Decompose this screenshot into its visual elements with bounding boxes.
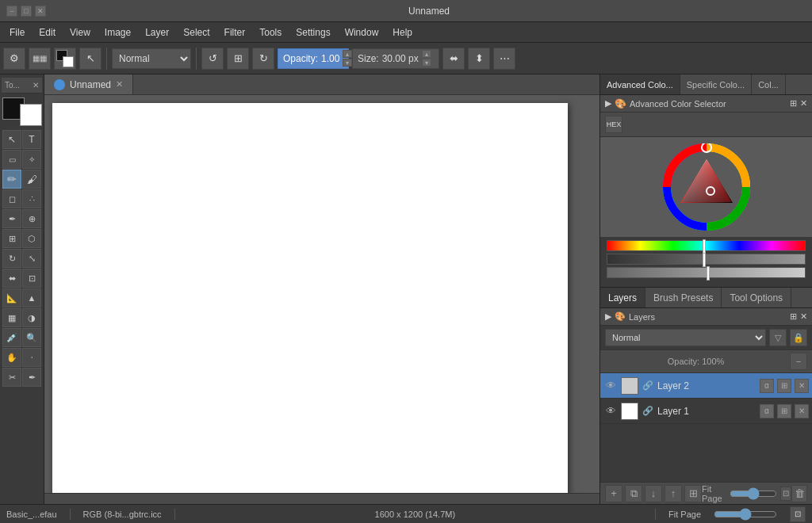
opacity-value[interactable]: 1.00	[321, 53, 339, 64]
text-tool[interactable]: T	[22, 130, 41, 149]
size-value[interactable]: 30.00 px	[382, 53, 419, 64]
path-tool[interactable]: ✒	[22, 368, 41, 387]
layer-1-chain[interactable]: 🔗	[642, 405, 654, 418]
toolbox-close-icon[interactable]: ✕	[33, 81, 39, 90]
status-zoom-slider[interactable]	[714, 510, 777, 518]
layer-2-visibility[interactable]: 👁	[603, 379, 618, 393]
color-wheel[interactable]	[663, 143, 750, 231]
layer-2-action-2[interactable]: ⊞	[777, 379, 791, 393]
background-color[interactable]	[20, 104, 42, 126]
layer-1-visibility[interactable]: 👁	[603, 404, 618, 418]
menu-edit[interactable]: Edit	[33, 25, 62, 40]
layer-move-down-button[interactable]: ↓	[645, 485, 662, 502]
size-spinner[interactable]: ▴▾	[422, 50, 431, 67]
layers-panel-close-icon[interactable]: ✕	[800, 311, 807, 322]
more-options-icon[interactable]: ⋯	[493, 48, 515, 70]
menu-select[interactable]: Select	[177, 25, 216, 40]
flip-v-icon[interactable]: ⬍	[468, 48, 490, 70]
layer-2-chain[interactable]: 🔗	[642, 380, 654, 392]
layer-1-name[interactable]: Layer 1	[657, 406, 756, 417]
tool-options-icon[interactable]: ⚙	[3, 48, 25, 70]
menu-layer[interactable]: Layer	[139, 25, 175, 40]
menu-help[interactable]: Help	[386, 25, 419, 40]
perspective-tool[interactable]: ⬡	[22, 229, 41, 248]
layers-blend-select[interactable]: Normal	[605, 329, 766, 346]
fuzzy-select-tool[interactable]: ⬞	[22, 348, 41, 367]
menu-settings[interactable]: Settings	[289, 25, 336, 40]
layers-opacity-more-icon[interactable]: −	[790, 353, 807, 370]
airbrush-tool[interactable]: ∴	[22, 189, 41, 208]
layer-delete-button[interactable]: 🗑	[791, 485, 807, 502]
canvas-scroll[interactable]	[44, 95, 599, 493]
color-selector-config-icon[interactable]: ⊞	[790, 98, 797, 109]
status-zoom-fit-icon[interactable]: ⊡	[790, 506, 806, 522]
pan-tool[interactable]: ✋	[2, 348, 21, 367]
flip-tool[interactable]: ⬌	[2, 269, 21, 288]
grid-icon[interactable]: ⊞	[227, 48, 249, 70]
blend-mode-select[interactable]: Normal	[112, 48, 191, 69]
layers-filter-icon[interactable]: ▽	[769, 329, 787, 346]
tab-brush-presets[interactable]: Brush Presets	[645, 288, 722, 307]
maximize-button[interactable]: □	[21, 6, 32, 17]
scissors-tool[interactable]: ✂	[2, 368, 21, 387]
menu-image[interactable]: Image	[98, 25, 137, 40]
canvas-tab[interactable]: Unnamed ✕	[44, 74, 133, 94]
blend-tool[interactable]: ▦	[2, 308, 21, 327]
dodge-burn-tool[interactable]: ◑	[22, 308, 41, 327]
pencil-tool[interactable]: ✏	[2, 170, 21, 189]
layer-row-1[interactable]: 👁 🔗 Layer 1 α ⊞ ✕	[600, 399, 812, 424]
hue-slider-thumb[interactable]	[703, 239, 706, 254]
color-swap-icon[interactable]	[54, 48, 76, 70]
color-picker-tool[interactable]: 💉	[2, 328, 21, 347]
layer-add-button[interactable]: +	[605, 485, 622, 502]
flip-h-icon[interactable]: ⬌	[442, 48, 465, 70]
opacity-spinner[interactable]: ▴▾	[343, 50, 352, 67]
color-selector-close-icon[interactable]: ✕	[800, 98, 807, 109]
ink-tool[interactable]: ✒	[2, 209, 21, 228]
value-slider-thumb[interactable]	[703, 253, 706, 267]
minimize-button[interactable]: −	[6, 6, 17, 17]
scale-tool[interactable]: ⤡	[22, 249, 41, 268]
layer-1-action-3[interactable]: ✕	[795, 404, 809, 418]
layer-1-action-1[interactable]: α	[760, 404, 774, 418]
layer-2-action-3[interactable]: ✕	[795, 379, 809, 393]
close-button[interactable]: ✕	[35, 6, 46, 17]
crop-tool[interactable]: ⊡	[22, 269, 41, 288]
hue-slider[interactable]	[607, 240, 806, 251]
refresh-icon[interactable]: ↻	[252, 48, 274, 70]
bucket-tool[interactable]: ▲	[22, 288, 41, 307]
clone-tool[interactable]: ⊕	[22, 209, 41, 228]
eraser-tool[interactable]: ◻	[2, 189, 21, 208]
layers-panel-config-icon[interactable]: ⊞	[790, 311, 797, 322]
canvas-tab-close[interactable]: ✕	[116, 79, 123, 90]
layer-1-action-2[interactable]: ⊞	[777, 404, 791, 418]
reset-icon[interactable]: ↺	[201, 48, 224, 70]
saturation-slider[interactable]	[607, 267, 806, 278]
measure-tool[interactable]: 📐	[2, 288, 21, 307]
layer-merge-button[interactable]: ⊞	[684, 485, 702, 502]
value-slider[interactable]	[607, 254, 806, 265]
pointer-tool[interactable]: ↖	[2, 130, 21, 149]
layer-2-name[interactable]: Layer 2	[657, 380, 756, 391]
zoom-fit-button[interactable]: ⊡	[780, 487, 791, 501]
color-tab-advanced[interactable]: Advanced Colo...	[600, 74, 680, 94]
layer-2-action-1[interactable]: α	[760, 379, 774, 393]
layer-move-up-button[interactable]: ↑	[665, 485, 682, 502]
layer-row-2[interactable]: 👁 🔗 Layer 2 α ⊞ ✕	[600, 373, 812, 399]
tab-layers[interactable]: Layers	[600, 288, 645, 307]
menu-tools[interactable]: Tools	[253, 25, 288, 40]
menu-file[interactable]: File	[3, 25, 31, 40]
layers-lock-icon[interactable]: 🔒	[790, 329, 807, 346]
zoom-slider[interactable]	[730, 490, 777, 498]
menu-filter[interactable]: Filter	[218, 25, 252, 40]
brush-dir-icon[interactable]: ↖	[79, 48, 102, 70]
color-hex-mode-btn[interactable]: HEX	[605, 116, 622, 133]
menu-view[interactable]: View	[63, 25, 97, 40]
menu-window[interactable]: Window	[339, 25, 385, 40]
zoom-tool[interactable]: 🔍	[22, 328, 41, 347]
layer-copy-button[interactable]: ⧉	[625, 485, 642, 502]
rect-select-tool[interactable]: ▭	[2, 150, 21, 169]
brush-pattern-icon[interactable]: ▦▦	[29, 48, 51, 70]
rotate-tool[interactable]: ↻	[2, 249, 21, 268]
color-tab-specific[interactable]: Specific Colo...	[680, 74, 752, 94]
